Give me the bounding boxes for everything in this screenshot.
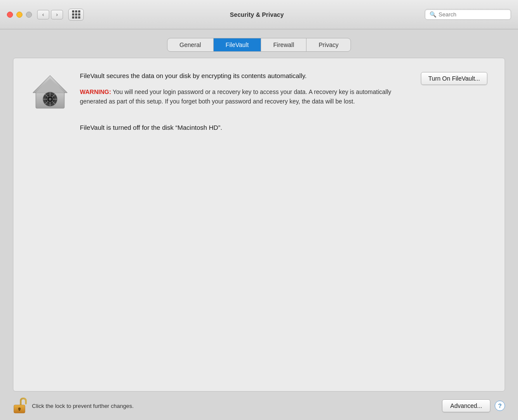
grid-button[interactable] xyxy=(68,9,84,21)
filevault-icon xyxy=(31,71,69,110)
filevault-header: FileVault secures the data on your disk … xyxy=(31,71,487,110)
lock-icon xyxy=(13,398,27,414)
lock-button[interactable]: Click the lock to prevent further change… xyxy=(13,398,134,414)
warning-text: WARNING: You will need your login passwo… xyxy=(80,87,412,107)
tab-general[interactable]: General xyxy=(167,38,214,51)
advanced-button[interactable]: Advanced... xyxy=(442,399,490,412)
filevault-description: FileVault secures the data on your disk … xyxy=(80,71,412,81)
tabs: General FileVault Firewall Privacy xyxy=(167,38,351,52)
tabs-container: General FileVault Firewall Privacy xyxy=(13,38,505,52)
traffic-lights xyxy=(7,12,32,18)
close-button[interactable] xyxy=(7,12,13,18)
main-content: General FileVault Firewall Privacy xyxy=(0,29,518,392)
titlebar: ‹ › Security & Privacy 🔍 xyxy=(0,0,518,29)
tab-firewall[interactable]: Firewall xyxy=(261,38,306,51)
warning-body: You will need your login password or a r… xyxy=(80,88,391,105)
nav-buttons: ‹ › xyxy=(37,10,63,19)
back-icon: ‹ xyxy=(42,11,44,18)
panel-content: FileVault secures the data on your disk … xyxy=(31,71,487,131)
help-button[interactable]: ? xyxy=(495,401,505,411)
window-title: Security & Privacy xyxy=(89,11,425,18)
search-bar[interactable]: 🔍 xyxy=(425,9,511,20)
filevault-panel: FileVault secures the data on your disk … xyxy=(13,58,505,392)
bottom-right: Advanced... ? xyxy=(442,399,505,412)
search-input[interactable] xyxy=(439,11,506,18)
tab-privacy[interactable]: Privacy xyxy=(306,38,351,51)
bottom-bar: Click the lock to prevent further change… xyxy=(0,392,518,420)
search-icon: 🔍 xyxy=(430,11,436,18)
grid-icon xyxy=(72,10,80,19)
turn-on-filevault-button[interactable]: Turn On FileVault... xyxy=(421,72,487,85)
filevault-status: FileVault is turned off for the disk “Ma… xyxy=(31,124,487,131)
svg-point-14 xyxy=(49,98,51,100)
forward-button[interactable]: › xyxy=(51,10,63,19)
warning-label: WARNING: xyxy=(80,88,111,95)
tab-filevault[interactable]: FileVault xyxy=(214,38,261,51)
back-button[interactable]: ‹ xyxy=(37,10,49,19)
filevault-info: FileVault secures the data on your disk … xyxy=(80,71,412,106)
minimize-button[interactable] xyxy=(16,12,22,18)
forward-icon: › xyxy=(56,11,58,18)
maximize-button[interactable] xyxy=(26,12,32,18)
lock-text: Click the lock to prevent further change… xyxy=(32,403,134,409)
svg-rect-17 xyxy=(19,409,20,411)
